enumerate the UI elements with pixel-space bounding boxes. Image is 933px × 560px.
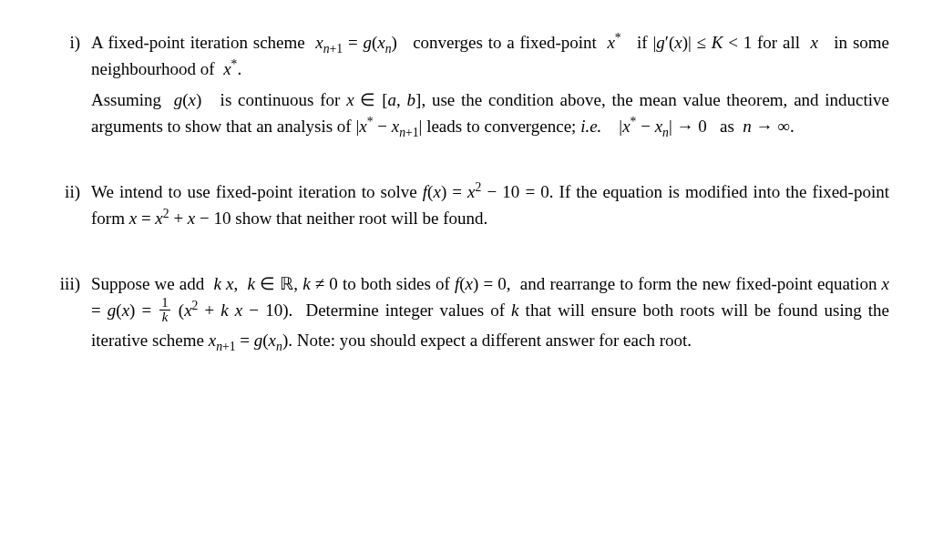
math-xstar: x* bbox=[607, 33, 620, 52]
math-gx: g(x) bbox=[174, 90, 202, 109]
text: . bbox=[237, 59, 241, 78]
text: if bbox=[626, 33, 652, 52]
problem-iii: iii) Suppose we add k x, k ∈ ℝ, k ≠ 0 to… bbox=[44, 270, 889, 358]
text: leads to convergence; bbox=[426, 117, 580, 136]
math-fx-eq: f(x) = x2 − 10 = 0 bbox=[423, 182, 549, 201]
ie: i.e. bbox=[580, 117, 601, 136]
para-i-2: Assuming g(x) is continuous for x ∈ [a, … bbox=[91, 87, 889, 140]
math-gprime-cond: |g′(x)| ≤ K < 1 bbox=[652, 33, 752, 52]
text: for all bbox=[757, 33, 805, 52]
text: Assuming bbox=[91, 90, 168, 109]
problem-content-i: A fixed-point iteration scheme xn+1 = g(… bbox=[91, 29, 889, 144]
text: show that neither root will be found. bbox=[235, 209, 487, 228]
math-xstar-2: x* bbox=[223, 59, 237, 78]
text: We intend to use fixed-point iteration t… bbox=[91, 182, 423, 201]
text: . Determine integer values of bbox=[289, 300, 512, 320]
text: , and rearrange to form the new fixed-po… bbox=[507, 274, 882, 293]
math-x-in-ab: x ∈ [a, b] bbox=[346, 90, 421, 109]
text: A fixed-point iteration scheme bbox=[91, 33, 311, 52]
problem-content-ii: We intend to use fixed-point iteration t… bbox=[91, 178, 889, 236]
problem-ii: ii) We intend to use fixed-point iterati… bbox=[44, 178, 889, 236]
math-x-eq-fp: x = x2 + x − 10 bbox=[129, 209, 231, 228]
problem-label-ii: ii) bbox=[44, 178, 91, 236]
text: . Note: you should expect a different an… bbox=[288, 331, 692, 350]
para-i-1: A fixed-point iteration scheme xn+1 = g(… bbox=[91, 29, 889, 83]
text: . bbox=[790, 117, 795, 136]
math-n-inf: n → ∞ bbox=[743, 117, 790, 136]
text: converges to a fixed-point bbox=[403, 33, 602, 52]
problem-label-iii: iii) bbox=[44, 270, 91, 358]
problem-label-i: i) bbox=[44, 29, 91, 144]
math-xnp1-eq-gxn-2: xn+1 = g(xn) bbox=[209, 331, 288, 350]
math-x: x bbox=[811, 33, 818, 52]
text: to both sides of bbox=[343, 274, 455, 293]
math-k: k bbox=[511, 300, 518, 320]
problem-i: i) A fixed-point iteration scheme xn+1 =… bbox=[44, 29, 889, 144]
para-iii-1: Suppose we add k x, k ∈ ℝ, k ≠ 0 to both… bbox=[91, 270, 889, 354]
math-kx-cond: k x, k ∈ ℝ, k ≠ 0 bbox=[214, 274, 338, 293]
math-abs-xstar-xnp1: |x* − xn+1| bbox=[355, 117, 422, 136]
math-xnp1-eq-gxn: xn+1 = g(xn) bbox=[315, 33, 397, 52]
math-conv-limit: |x* − xn| → 0 bbox=[619, 117, 706, 136]
math-fx-zero: f(x) = 0 bbox=[455, 274, 507, 293]
text: as bbox=[712, 117, 739, 136]
problem-content-iii: Suppose we add k x, k ∈ ℝ, k ≠ 0 to both… bbox=[91, 270, 889, 358]
text: is continuous for bbox=[208, 90, 346, 109]
text bbox=[606, 117, 615, 136]
text: Suppose we add bbox=[91, 274, 209, 293]
para-ii-1: We intend to use fixed-point iteration t… bbox=[91, 178, 889, 232]
